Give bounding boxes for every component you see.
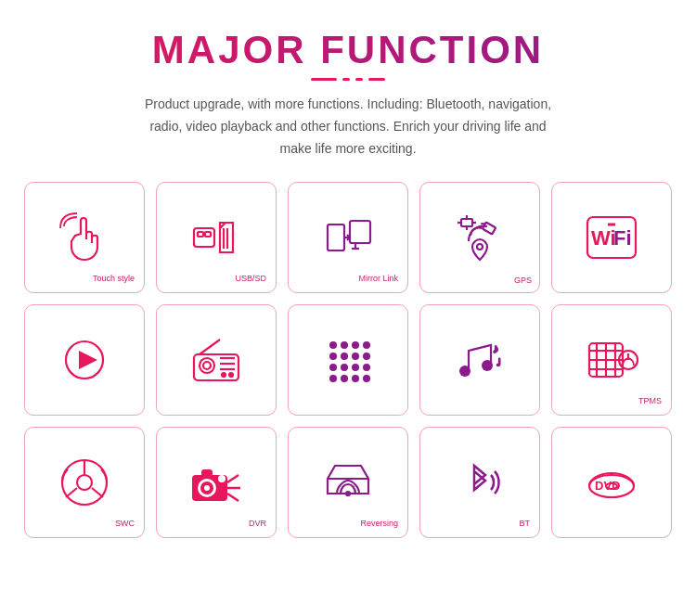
- page-subtitle: Product upgrade, with more functions. In…: [135, 94, 561, 160]
- svg-point-40: [329, 364, 337, 371]
- svg-rect-1: [198, 232, 203, 237]
- svg-point-16: [477, 244, 483, 250]
- dvr-label: DVR: [249, 519, 266, 528]
- usbsd-label: USB/SD: [235, 274, 266, 283]
- svg-rect-5: [328, 225, 344, 250]
- svg-point-36: [329, 353, 337, 360]
- svg-point-31: [229, 373, 233, 377]
- svg-point-47: [363, 375, 370, 382]
- svg-point-37: [341, 353, 348, 360]
- icon-tpms: TPMS: [551, 304, 672, 416]
- svg-rect-9: [461, 219, 472, 226]
- svg-point-75: [346, 492, 350, 495]
- icon-video: [24, 304, 145, 416]
- svg-point-62: [77, 475, 92, 490]
- swc-label: SWC: [115, 519, 135, 528]
- mirrorlink-label: Mirror Link: [358, 274, 398, 283]
- svg-text:♩: ♩: [496, 357, 501, 367]
- svg-point-34: [352, 341, 359, 349]
- svg-point-35: [363, 341, 370, 349]
- svg-point-69: [204, 485, 210, 491]
- svg-point-44: [329, 375, 337, 382]
- svg-point-38: [352, 353, 359, 360]
- icon-swc: SWC: [24, 427, 145, 538]
- svg-point-43: [363, 364, 370, 371]
- icon-eq: [288, 304, 408, 416]
- svg-point-26: [203, 362, 211, 369]
- svg-point-41: [341, 364, 348, 371]
- svg-point-71: [218, 475, 226, 482]
- reversing-label: Reversing: [360, 519, 398, 528]
- svg-point-30: [222, 373, 226, 377]
- svg-point-48: [459, 366, 470, 377]
- svg-point-33: [341, 341, 348, 349]
- icons-grid: Touch style USB/SD: [37, 182, 659, 538]
- tpms-label: TPMS: [638, 396, 662, 405]
- icon-dvr: DVR: [156, 427, 277, 538]
- icon-usbsd: USB/SD: [156, 182, 277, 293]
- icon-reversing: Reversing: [288, 427, 408, 538]
- page-container: MAJOR FUNCTION Product upgrade, with mor…: [0, 0, 696, 557]
- svg-point-46: [352, 375, 359, 382]
- title-section: MAJOR FUNCTION Product upgrade, with mor…: [37, 28, 659, 160]
- svg-point-49: [482, 360, 493, 371]
- bt-label: BT: [519, 519, 530, 528]
- icon-mirrorlink: Mirror Link: [288, 182, 408, 293]
- svg-point-39: [363, 353, 370, 360]
- svg-line-72: [227, 494, 238, 501]
- icon-wifi: Wi Fi: [551, 182, 672, 293]
- svg-rect-2: [205, 232, 211, 237]
- icon-touch: Touch style: [24, 182, 145, 293]
- svg-point-42: [352, 364, 359, 371]
- svg-point-25: [200, 358, 214, 373]
- icon-dvd: DVD: [551, 427, 672, 538]
- svg-line-65: [92, 488, 103, 497]
- icon-bt: BT: [419, 427, 540, 538]
- svg-text:Fi: Fi: [613, 226, 632, 250]
- svg-text:♪: ♪: [493, 342, 498, 355]
- svg-text:Wi: Wi: [591, 226, 616, 250]
- icon-gps: GPS: [419, 182, 540, 293]
- svg-line-64: [66, 488, 77, 497]
- icon-radio: [156, 304, 277, 416]
- title-underline: [37, 78, 659, 81]
- gps-label: GPS: [514, 276, 532, 285]
- svg-rect-6: [350, 221, 370, 243]
- svg-marker-22: [79, 351, 97, 369]
- svg-line-24: [200, 340, 220, 354]
- svg-point-32: [329, 341, 337, 349]
- touch-label: Touch style: [93, 274, 135, 283]
- page-title: MAJOR FUNCTION: [37, 28, 659, 72]
- svg-point-45: [341, 375, 348, 382]
- svg-rect-0: [194, 228, 214, 247]
- svg-text:DVD: DVD: [595, 479, 620, 493]
- svg-rect-70: [201, 469, 213, 477]
- svg-line-74: [227, 475, 238, 482]
- icon-music: ♪ ♩: [419, 304, 540, 416]
